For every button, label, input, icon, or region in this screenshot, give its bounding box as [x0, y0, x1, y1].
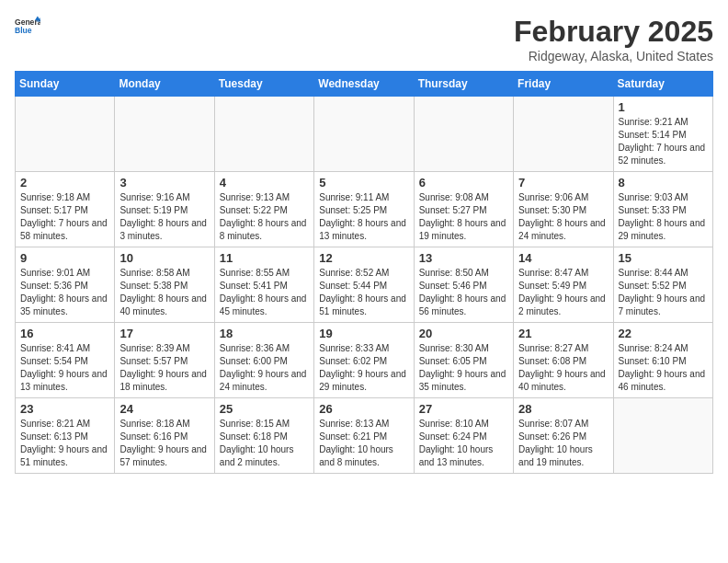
day-number: 5: [319, 176, 408, 190]
header-wednesday: Wednesday: [314, 72, 414, 97]
day-number: 23: [20, 402, 109, 416]
day-info: Sunrise: 8:55 AM Sunset: 5:41 PM Dayligh…: [220, 267, 309, 318]
day-info: Sunrise: 8:24 AM Sunset: 6:10 PM Dayligh…: [619, 342, 708, 394]
calendar-cell: 13Sunrise: 8:50 AM Sunset: 5:46 PM Dayli…: [414, 247, 513, 323]
day-info: Sunrise: 8:10 AM Sunset: 6:24 PM Dayligh…: [419, 418, 508, 469]
header-thursday: Thursday: [414, 72, 513, 97]
day-info: Sunrise: 8:21 AM Sunset: 6:13 PM Dayligh…: [20, 418, 109, 469]
day-info: Sunrise: 8:44 AM Sunset: 5:52 PM Dayligh…: [619, 267, 708, 318]
title-block: February 2025 Ridgeway, Alaska, United S…: [514, 15, 713, 63]
header-tuesday: Tuesday: [214, 72, 313, 97]
calendar-cell: 4Sunrise: 9:13 AM Sunset: 5:22 PM Daylig…: [214, 172, 313, 247]
day-info: Sunrise: 8:30 AM Sunset: 6:05 PM Dayligh…: [419, 342, 508, 394]
logo: General Blue: [15, 15, 40, 40]
day-info: Sunrise: 8:18 AM Sunset: 6:16 PM Dayligh…: [119, 418, 209, 469]
day-info: Sunrise: 8:52 AM Sunset: 5:44 PM Dayligh…: [319, 267, 408, 318]
calendar-cell: 25Sunrise: 8:15 AM Sunset: 6:18 PM Dayli…: [214, 398, 313, 474]
calendar-cell: [613, 398, 712, 474]
calendar-cell: 6Sunrise: 9:08 AM Sunset: 5:27 PM Daylig…: [414, 172, 513, 247]
day-info: Sunrise: 9:06 AM Sunset: 5:30 PM Dayligh…: [518, 191, 608, 243]
calendar-cell: 9Sunrise: 9:01 AM Sunset: 5:36 PM Daylig…: [16, 247, 115, 323]
calendar-cell: 17Sunrise: 8:39 AM Sunset: 5:57 PM Dayli…: [115, 323, 214, 398]
day-number: 24: [119, 402, 209, 416]
day-info: Sunrise: 9:21 AM Sunset: 5:14 PM Dayligh…: [619, 116, 708, 167]
day-number: 22: [619, 327, 708, 340]
day-info: Sunrise: 8:27 AM Sunset: 6:08 PM Dayligh…: [518, 342, 608, 394]
day-number: 20: [419, 327, 508, 340]
day-number: 9: [20, 251, 109, 265]
calendar-cell: 5Sunrise: 9:11 AM Sunset: 5:25 PM Daylig…: [314, 172, 414, 247]
day-number: 11: [220, 251, 309, 265]
calendar-table: Sunday Monday Tuesday Wednesday Thursday…: [15, 71, 713, 474]
header-monday: Monday: [115, 72, 214, 97]
day-info: Sunrise: 8:13 AM Sunset: 6:21 PM Dayligh…: [319, 418, 408, 469]
day-info: Sunrise: 9:11 AM Sunset: 5:25 PM Dayligh…: [319, 191, 408, 243]
header-sunday: Sunday: [16, 72, 115, 97]
day-number: 27: [419, 402, 508, 416]
calendar-cell: 20Sunrise: 8:30 AM Sunset: 6:05 PM Dayli…: [414, 323, 513, 398]
calendar-cell: [414, 97, 513, 172]
day-number: 1: [619, 100, 708, 114]
calendar-cell: [314, 97, 414, 172]
calendar-cell: [514, 97, 613, 172]
calendar-week-2: 2Sunrise: 9:18 AM Sunset: 5:17 PM Daylig…: [16, 172, 713, 247]
day-info: Sunrise: 8:50 AM Sunset: 5:46 PM Dayligh…: [419, 267, 508, 318]
calendar-cell: 15Sunrise: 8:44 AM Sunset: 5:52 PM Dayli…: [613, 247, 712, 323]
calendar-cell: 7Sunrise: 9:06 AM Sunset: 5:30 PM Daylig…: [514, 172, 613, 247]
day-number: 18: [220, 327, 309, 340]
svg-text:Blue: Blue: [15, 26, 32, 35]
day-number: 25: [220, 402, 309, 416]
day-number: 26: [319, 402, 408, 416]
day-number: 10: [119, 251, 209, 265]
calendar-cell: 16Sunrise: 8:41 AM Sunset: 5:54 PM Dayli…: [16, 323, 115, 398]
day-info: Sunrise: 8:58 AM Sunset: 5:38 PM Dayligh…: [119, 267, 209, 318]
header-saturday: Saturday: [613, 72, 712, 97]
day-info: Sunrise: 9:13 AM Sunset: 5:22 PM Dayligh…: [220, 191, 309, 243]
calendar-cell: 1Sunrise: 9:21 AM Sunset: 5:14 PM Daylig…: [613, 97, 712, 172]
day-number: 19: [319, 327, 408, 340]
calendar-cell: 26Sunrise: 8:13 AM Sunset: 6:21 PM Dayli…: [314, 398, 414, 474]
day-number: 12: [319, 251, 408, 265]
calendar-cell: [214, 97, 313, 172]
calendar-cell: [115, 97, 214, 172]
day-number: 21: [518, 327, 608, 340]
calendar-cell: 24Sunrise: 8:18 AM Sunset: 6:16 PM Dayli…: [115, 398, 214, 474]
day-number: 2: [20, 176, 109, 190]
day-number: 3: [119, 176, 209, 190]
calendar-cell: 23Sunrise: 8:21 AM Sunset: 6:13 PM Dayli…: [16, 398, 115, 474]
calendar-header-row: Sunday Monday Tuesday Wednesday Thursday…: [16, 72, 713, 97]
calendar-week-4: 16Sunrise: 8:41 AM Sunset: 5:54 PM Dayli…: [16, 323, 713, 398]
day-number: 13: [419, 251, 508, 265]
calendar-cell: 19Sunrise: 8:33 AM Sunset: 6:02 PM Dayli…: [314, 323, 414, 398]
day-number: 17: [119, 327, 209, 340]
day-info: Sunrise: 8:36 AM Sunset: 6:00 PM Dayligh…: [220, 342, 309, 394]
day-number: 6: [419, 176, 508, 190]
day-info: Sunrise: 8:41 AM Sunset: 5:54 PM Dayligh…: [20, 342, 109, 394]
logo-icon: General Blue: [15, 15, 40, 40]
calendar-cell: 21Sunrise: 8:27 AM Sunset: 6:08 PM Dayli…: [514, 323, 613, 398]
calendar-cell: 11Sunrise: 8:55 AM Sunset: 5:41 PM Dayli…: [214, 247, 313, 323]
day-info: Sunrise: 8:47 AM Sunset: 5:49 PM Dayligh…: [518, 267, 608, 318]
calendar-cell: 2Sunrise: 9:18 AM Sunset: 5:17 PM Daylig…: [16, 172, 115, 247]
day-info: Sunrise: 9:03 AM Sunset: 5:33 PM Dayligh…: [619, 191, 708, 243]
day-number: 16: [20, 327, 109, 340]
calendar-cell: 27Sunrise: 8:10 AM Sunset: 6:24 PM Dayli…: [414, 398, 513, 474]
day-info: Sunrise: 8:33 AM Sunset: 6:02 PM Dayligh…: [319, 342, 408, 394]
location: Ridgeway, Alaska, United States: [514, 49, 713, 63]
calendar-week-5: 23Sunrise: 8:21 AM Sunset: 6:13 PM Dayli…: [16, 398, 713, 474]
day-info: Sunrise: 8:07 AM Sunset: 6:26 PM Dayligh…: [518, 418, 608, 469]
calendar-week-1: 1Sunrise: 9:21 AM Sunset: 5:14 PM Daylig…: [16, 97, 713, 172]
calendar-cell: 14Sunrise: 8:47 AM Sunset: 5:49 PM Dayli…: [514, 247, 613, 323]
day-number: 4: [220, 176, 309, 190]
day-info: Sunrise: 9:01 AM Sunset: 5:36 PM Dayligh…: [20, 267, 109, 318]
calendar-cell: 8Sunrise: 9:03 AM Sunset: 5:33 PM Daylig…: [613, 172, 712, 247]
day-number: 7: [518, 176, 608, 190]
day-number: 8: [619, 176, 708, 190]
calendar-cell: 3Sunrise: 9:16 AM Sunset: 5:19 PM Daylig…: [115, 172, 214, 247]
day-info: Sunrise: 9:18 AM Sunset: 5:17 PM Dayligh…: [20, 191, 109, 243]
calendar-cell: 12Sunrise: 8:52 AM Sunset: 5:44 PM Dayli…: [314, 247, 414, 323]
month-year: February 2025: [514, 15, 713, 49]
day-info: Sunrise: 9:16 AM Sunset: 5:19 PM Dayligh…: [119, 191, 209, 243]
day-info: Sunrise: 8:15 AM Sunset: 6:18 PM Dayligh…: [220, 418, 309, 469]
day-number: 28: [518, 402, 608, 416]
